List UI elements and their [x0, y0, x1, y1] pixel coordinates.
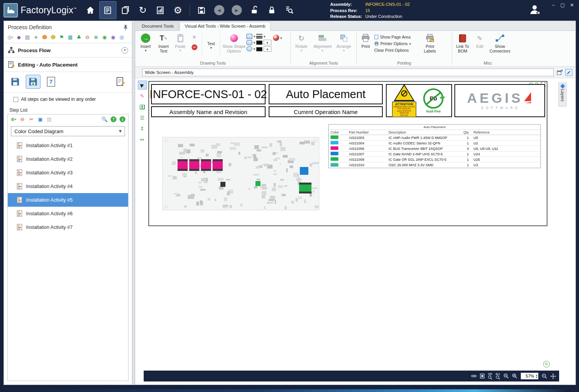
refresh-button[interactable]: ↻: [543, 361, 550, 367]
settings-button[interactable]: ⚙: [170, 2, 186, 19]
remove-step-icon[interactable]: ⊖: [84, 34, 91, 40]
fill-color-dropdown[interactable]: ▼: [264, 46, 271, 52]
copy-icon[interactable]: ▣: [37, 116, 44, 123]
navigate-icon[interactable]: ◆: [16, 34, 22, 40]
insert-button[interactable]: → Insert ▼: [137, 32, 155, 52]
maximize-button[interactable]: ▢: [560, 2, 566, 8]
arrange-button[interactable]: Arrange ▼: [334, 32, 354, 52]
zoom-100-button[interactable]: 100: [488, 373, 493, 380]
cut-icon[interactable]: ✂: [28, 116, 35, 123]
save-button[interactable]: [194, 2, 210, 19]
show-connectors-button[interactable]: Show Connectors: [487, 32, 512, 53]
step-list-item[interactable]: Installation Activity #4: [8, 179, 128, 193]
distribute-vertical-tool[interactable]: ↕: [138, 125, 146, 133]
collapse-chevron-icon[interactable]: ▼: [121, 47, 128, 54]
move-up-icon[interactable]: ↑: [110, 116, 117, 123]
zoom-spinner[interactable]: ▲▼: [535, 374, 538, 378]
fill-color-tool[interactable]: ▼: [256, 46, 271, 52]
printer-options-button[interactable]: Printer Options ▼: [374, 41, 420, 46]
remove-shape-icon[interactable]: −: [192, 43, 197, 50]
step-list-item[interactable]: Installation Activity #3: [8, 166, 128, 179]
clear-print-options-button[interactable]: Clear Print Options: [374, 48, 420, 53]
gradient-tool[interactable]: ▼: [273, 35, 282, 41]
format-painter-tool[interactable]: ✎: [138, 92, 146, 100]
link-to-bom-button[interactable]: Link To BOM: [453, 32, 472, 53]
parts-table-row[interactable]: AIS21008 IC Gate OR SGL 2INP EXCL SC70-5…: [329, 157, 540, 162]
align-lines-tool[interactable]: ☰: [138, 114, 146, 122]
move-down-icon[interactable]: ↓: [119, 116, 126, 123]
step-list-item[interactable]: Installation Activity #5: [8, 193, 128, 207]
process-definition-button[interactable]: [100, 2, 116, 19]
edit-button[interactable]: ✎ Edit: [473, 32, 487, 49]
select-tool[interactable]: [138, 81, 146, 89]
forward-button[interactable]: ►: [229, 2, 245, 19]
back-button[interactable]: ◄: [211, 2, 227, 19]
add-node-icon[interactable]: +: [33, 34, 39, 40]
zoom-out-button[interactable]: [503, 373, 509, 379]
insert-text-button[interactable]: T✎ Insert Text: [155, 32, 172, 53]
reports-button[interactable]: [152, 2, 169, 19]
rounded-rectangle-tool[interactable]: ▼: [246, 40, 255, 45]
operation-caption-box[interactable]: Current Operation Name: [269, 106, 383, 117]
ellipse-tool[interactable]: ▼: [246, 46, 255, 51]
tab-visual-aid-tools[interactable]: Visual Aid Tools - Wide Screen - Assemb: [180, 22, 270, 31]
edit-document-button[interactable]: [565, 69, 572, 76]
parts-table-row[interactable]: AIS21006 IC BUS Transceiver 8BIT 24QSOP …: [329, 146, 540, 151]
diagram-selector[interactable]: Color Coded Diagram ▼: [11, 126, 125, 136]
line-color-dropdown[interactable]: ▼: [264, 40, 271, 45]
save-export-button[interactable]: [26, 75, 40, 89]
logo-box[interactable]: AEGIS SOFTWARE: [454, 84, 545, 117]
paste-button[interactable]: Paste ▼: [172, 32, 188, 52]
delete-activity-icon[interactable]: ⊖: [19, 116, 26, 123]
document-title-input[interactable]: [142, 69, 554, 76]
rotate-button[interactable]: ↻ Rotate ▼: [292, 32, 311, 52]
parts-table-row[interactable]: AIS21004 IC Audio CODEC Stereo 32-QFN 1 …: [329, 141, 540, 146]
minimize-button[interactable]: –: [550, 2, 556, 8]
paste-step-icon[interactable]: ▤: [46, 116, 53, 123]
zoom-level-input[interactable]: [521, 373, 535, 379]
parts-table-row[interactable]: AIS21010 OSC 26.000 MHZ 3.3V SMD 1 U3: [329, 162, 540, 168]
assembly-caption-box[interactable]: Assembly Name and Revision: [151, 106, 266, 117]
close-button[interactable]: ✕: [569, 2, 575, 8]
menu-dropdown-icon[interactable]: ◎▾: [7, 34, 14, 40]
step-list-item[interactable]: Installation Activity #6: [8, 207, 128, 220]
home-button[interactable]: [82, 2, 99, 19]
pan-button[interactable]: [550, 373, 556, 379]
open-in-window-button[interactable]: [556, 69, 563, 76]
audit-trail-button[interactable]: [281, 2, 297, 19]
save-step-button[interactable]: [8, 75, 23, 89]
palette-icon[interactable]: ▦: [67, 34, 74, 40]
print-icon[interactable]: ▤: [24, 34, 31, 40]
text-button[interactable]: Text ▼: [204, 32, 218, 49]
record-purple-icon[interactable]: ◉: [110, 34, 116, 40]
line-color-tool[interactable]: ▼: [256, 40, 271, 45]
operation-title-box[interactable]: Auto Placement: [269, 84, 383, 104]
layers-tab[interactable]: Layers: [558, 83, 567, 107]
edit-form-button[interactable]: [113, 75, 128, 89]
target-icon[interactable]: ◎: [118, 34, 125, 40]
fit-page-icon[interactable]: [480, 373, 485, 379]
step-list-item[interactable]: Installation Activity #7: [8, 220, 128, 234]
add-step-icon[interactable]: ⊕: [93, 34, 99, 40]
tree-icon[interactable]: ♣: [76, 34, 82, 40]
tab-document-tools[interactable]: Document Tools: [137, 22, 179, 30]
dispatch-button[interactable]: ↻: [135, 2, 151, 19]
logout-user-button[interactable]: [528, 3, 542, 16]
zoom-all-button[interactable]: ALL: [496, 373, 501, 380]
link-icon[interactable]: [471, 373, 477, 379]
assembly-title-box[interactable]: INFORCE-CNS-01 - 02: [151, 84, 266, 104]
unlock-button[interactable]: [246, 2, 262, 19]
zoom-in-button[interactable]: [512, 373, 517, 379]
add-activity-icon[interactable]: ⊕▾: [10, 116, 17, 123]
distribute-horizontal-tool[interactable]: ↔: [138, 135, 146, 144]
visual-aid-page[interactable]: ↶ ↷ INFORCE-CNS-01 - 02 Assembly Name an…: [148, 81, 547, 226]
grid-tool[interactable]: [138, 103, 146, 111]
parts-table-row[interactable]: AIS21003 IC AMP Audio PWR 1.45W D 8MSOP …: [329, 135, 540, 141]
delete-shape-icon[interactable]: ✕: [192, 34, 197, 40]
print-button[interactable]: Print: [358, 32, 373, 49]
lock-button[interactable]: [264, 2, 280, 19]
pin-icon[interactable]: [123, 25, 128, 30]
rectangle-tool[interactable]: ▼: [246, 34, 255, 39]
show-shape-options-button[interactable]: Show Shape Options: [222, 32, 246, 53]
flag-icon[interactable]: ⚑: [58, 34, 65, 40]
